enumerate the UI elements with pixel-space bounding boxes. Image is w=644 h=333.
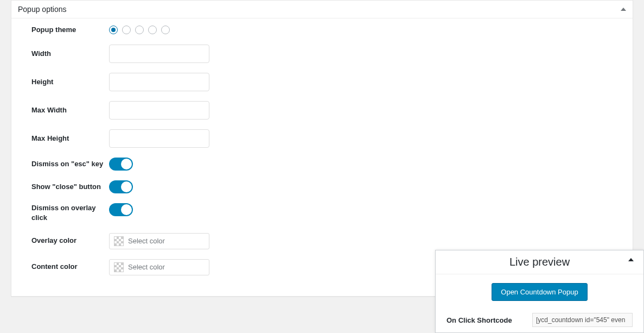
row-overlay-color: Overlay color Select color [20, 233, 624, 249]
toggle-show-close[interactable] [109, 180, 133, 193]
chevron-up-icon [628, 258, 634, 261]
shortcode-row: On Click Shortcode [447, 313, 633, 327]
theme-radio-1[interactable] [109, 26, 118, 34]
row-height: Height [20, 73, 624, 91]
checker-icon [114, 262, 124, 272]
overlay-color-picker[interactable]: Select color [109, 233, 209, 249]
label-width: Width [20, 49, 109, 59]
theme-radio-3[interactable] [135, 26, 144, 34]
overlay-color-placeholder: Select color [128, 237, 165, 245]
theme-radio-2[interactable] [122, 26, 131, 34]
theme-radio-5[interactable] [161, 26, 170, 34]
live-preview-panel: Live preview Open Countdown Popup On Cli… [435, 250, 644, 333]
popup-theme-radios [109, 26, 170, 34]
row-width: Width [20, 45, 624, 63]
height-input[interactable] [109, 73, 209, 91]
live-preview-header[interactable]: Live preview [436, 250, 643, 274]
content-color-picker[interactable]: Select color [109, 259, 209, 275]
live-preview-body: Open Countdown Popup On Click Shortcode [436, 274, 643, 332]
row-dismiss-overlay: Dismiss on overlay click [20, 203, 624, 223]
panel-title: Popup options [18, 5, 67, 14]
label-max-height: Max Height [20, 134, 109, 143]
label-show-close: Show "close" button [20, 182, 109, 192]
row-max-width: Max Width [20, 101, 624, 120]
label-overlay-color: Overlay color [20, 236, 109, 246]
toggle-dismiss-overlay[interactable] [109, 203, 133, 216]
content-color-placeholder: Select color [128, 263, 165, 271]
panel-header[interactable]: Popup options [11, 1, 633, 18]
max-height-input[interactable] [109, 129, 209, 148]
shortcode-input[interactable] [532, 313, 633, 327]
width-input[interactable] [109, 45, 209, 63]
max-width-input[interactable] [109, 101, 209, 120]
chevron-up-icon [621, 8, 626, 11]
label-height: Height [20, 77, 109, 87]
toggle-dismiss-esc[interactable] [109, 158, 133, 171]
open-countdown-popup-button[interactable]: Open Countdown Popup [492, 283, 587, 301]
row-show-close: Show "close" button [20, 180, 624, 193]
row-max-height: Max Height [20, 129, 624, 148]
label-dismiss-esc: Dismiss on "esc" key [20, 159, 109, 169]
label-dismiss-overlay: Dismiss on overlay click [20, 203, 109, 223]
label-popup-theme: Popup theme [20, 25, 109, 35]
row-popup-theme: Popup theme [20, 25, 624, 35]
label-max-width: Max Width [20, 105, 109, 115]
checker-icon [114, 236, 124, 246]
live-preview-title: Live preview [509, 256, 570, 268]
shortcode-label: On Click Shortcode [447, 316, 512, 324]
label-content-color: Content color [20, 262, 109, 272]
theme-radio-4[interactable] [148, 26, 157, 34]
row-dismiss-esc: Dismiss on "esc" key [20, 158, 624, 171]
